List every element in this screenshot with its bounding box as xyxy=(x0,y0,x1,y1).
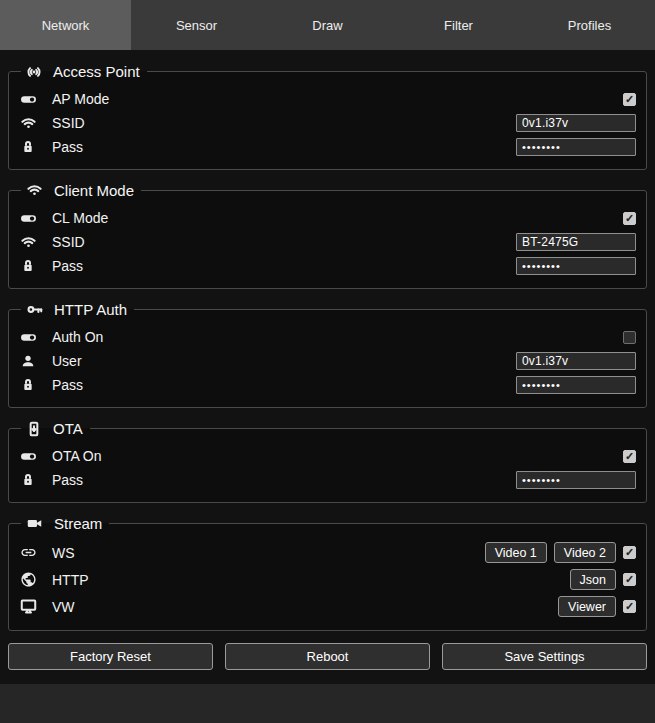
row-ota-pass: Pass xyxy=(19,469,636,491)
wifi-icon xyxy=(26,182,43,199)
auth-pass-input[interactable] xyxy=(516,376,636,394)
ota-on-checkbox[interactable] xyxy=(623,450,636,463)
section-title: OTA xyxy=(53,420,83,437)
ota-pass-input[interactable] xyxy=(516,471,636,489)
wifi-tethering-icon xyxy=(26,64,42,80)
row-label: SSID xyxy=(52,234,516,250)
row-auth-user: User xyxy=(19,350,636,372)
row-http: HTTP Json xyxy=(19,567,636,592)
cl-ssid-input[interactable] xyxy=(516,233,636,251)
http-checkbox[interactable] xyxy=(623,573,636,586)
section-stream: Stream WS Video 1 Video 2 HTTP Json xyxy=(8,515,647,631)
row-ap-ssid: SSID xyxy=(19,112,636,134)
toggle-icon xyxy=(19,91,52,108)
globe-icon xyxy=(19,571,52,588)
lock-icon xyxy=(19,258,52,274)
row-label: Pass xyxy=(52,472,516,488)
section-title: Client Mode xyxy=(54,182,134,199)
section-http-auth: HTTP Auth Auth On User Pass xyxy=(8,301,647,408)
toggle-icon xyxy=(19,448,52,465)
footer-button-bar: Factory Reset Reboot Save Settings xyxy=(8,643,647,670)
desktop-icon xyxy=(19,598,52,615)
row-label: User xyxy=(52,353,516,369)
lock-icon xyxy=(19,139,52,155)
ap-pass-input[interactable] xyxy=(516,138,636,156)
section-client-mode: Client Mode CL Mode SSID Pass xyxy=(8,182,647,289)
section-title: HTTP Auth xyxy=(54,301,127,318)
section-ota-header: OTA xyxy=(21,420,90,437)
tab-sensor[interactable]: Sensor xyxy=(131,0,262,50)
section-access-point-header: Access Point xyxy=(21,63,147,80)
toggle-icon xyxy=(19,210,52,227)
lock-icon xyxy=(19,377,52,393)
factory-reset-button[interactable]: Factory Reset xyxy=(8,643,213,670)
row-label: WS xyxy=(52,545,485,561)
row-label: VW xyxy=(52,599,558,615)
tab-network[interactable]: Network xyxy=(0,0,131,50)
person-icon xyxy=(19,353,52,369)
row-label: OTA On xyxy=(52,448,623,464)
row-ws: WS Video 1 Video 2 xyxy=(19,540,636,565)
video2-button[interactable]: Video 2 xyxy=(554,542,616,563)
section-title: Access Point xyxy=(53,63,140,80)
row-label: Auth On xyxy=(52,329,623,345)
settings-panel: Access Point AP Mode SSID Pass xyxy=(0,50,655,684)
auth-user-input[interactable] xyxy=(516,352,636,370)
row-ota-on: OTA On xyxy=(19,445,636,467)
wifi-icon xyxy=(19,115,52,132)
section-stream-header: Stream xyxy=(21,515,109,532)
tab-bar: Network Sensor Draw Filter Profiles xyxy=(0,0,655,50)
tab-draw[interactable]: Draw xyxy=(262,0,393,50)
toggle-icon xyxy=(19,329,52,346)
section-ota: OTA OTA On Pass xyxy=(8,420,647,503)
row-auth-pass: Pass xyxy=(19,374,636,396)
cl-pass-input[interactable] xyxy=(516,257,636,275)
row-label: CL Mode xyxy=(52,210,623,226)
row-cl-mode: CL Mode xyxy=(19,207,636,229)
section-title: Stream xyxy=(54,515,102,532)
key-icon xyxy=(26,301,43,318)
system-update-icon xyxy=(26,421,42,437)
section-access-point: Access Point AP Mode SSID Pass xyxy=(8,63,647,170)
ap-ssid-input[interactable] xyxy=(516,114,636,132)
row-ap-mode: AP Mode xyxy=(19,88,636,110)
video1-button[interactable]: Video 1 xyxy=(485,542,547,563)
row-cl-ssid: SSID xyxy=(19,231,636,253)
row-label: Pass xyxy=(52,139,516,155)
section-http-auth-header: HTTP Auth xyxy=(21,301,134,318)
videocam-icon xyxy=(26,515,43,532)
tab-profiles[interactable]: Profiles xyxy=(524,0,655,50)
row-label: Pass xyxy=(52,377,516,393)
row-label: HTTP xyxy=(52,572,570,588)
ws-checkbox[interactable] xyxy=(623,546,636,559)
row-label: SSID xyxy=(52,115,516,131)
auth-on-checkbox[interactable] xyxy=(623,331,636,344)
row-cl-pass: Pass xyxy=(19,255,636,277)
row-ap-pass: Pass xyxy=(19,136,636,158)
link-icon xyxy=(19,544,52,561)
ap-mode-checkbox[interactable] xyxy=(623,93,636,106)
cl-mode-checkbox[interactable] xyxy=(623,212,636,225)
lock-icon xyxy=(19,472,52,488)
save-settings-button[interactable]: Save Settings xyxy=(442,643,647,670)
tab-filter[interactable]: Filter xyxy=(393,0,524,50)
row-label: Pass xyxy=(52,258,516,274)
reboot-button[interactable]: Reboot xyxy=(225,643,430,670)
viewer-button[interactable]: Viewer xyxy=(558,596,616,617)
row-vw: VW Viewer xyxy=(19,594,636,619)
wifi-icon xyxy=(19,234,52,251)
vw-checkbox[interactable] xyxy=(623,600,636,613)
row-label: AP Mode xyxy=(52,91,623,107)
section-client-mode-header: Client Mode xyxy=(21,182,141,199)
row-auth-on: Auth On xyxy=(19,326,636,348)
json-button[interactable]: Json xyxy=(570,569,616,590)
